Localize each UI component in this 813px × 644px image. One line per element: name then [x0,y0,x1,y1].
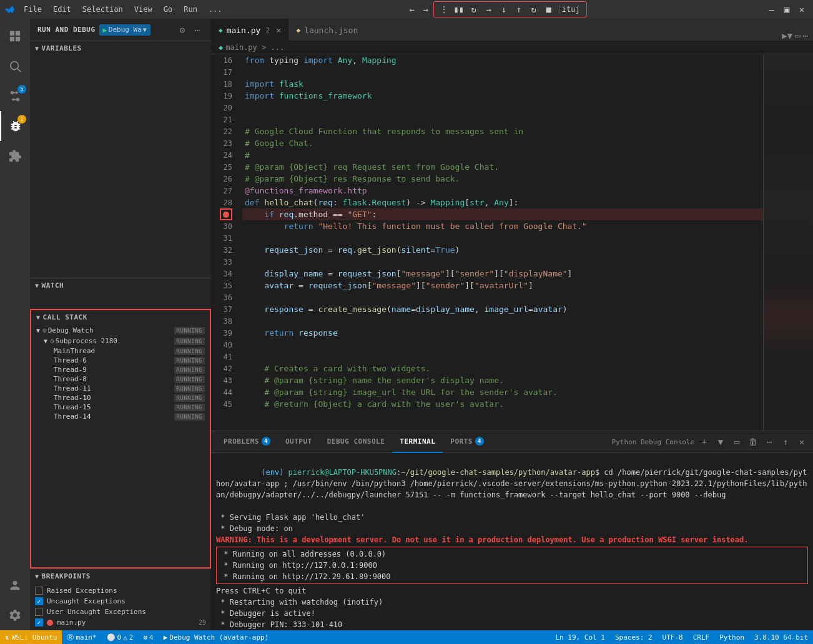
status-debug-session[interactable]: ▶ Debug Watch (avatar-app) [159,630,274,644]
call-stack-header[interactable]: ▼ CALL STACK [31,310,210,324]
run-btn[interactable]: ▶▼ [782,31,792,41]
panel-tab-debug-console[interactable]: DEBUG CONSOLE [320,431,393,453]
code-line-18[interactable]: import flask [242,78,763,90]
code-line-42[interactable]: # Creates a card with two widgets. [242,363,763,374]
debug-layout-btn[interactable]: ⋮ [438,3,450,16]
call-stack-thread-thread-11[interactable]: Thread-11 RUNNING [39,384,210,393]
code-line-39[interactable]: return response [242,327,763,339]
menu-file[interactable]: File [19,2,47,16]
call-stack-thread-mainthread[interactable]: MainThread RUNNING [39,346,210,356]
activity-extensions[interactable] [0,141,30,171]
panel-tab-terminal[interactable]: TERMINAL [392,431,443,453]
code-line-24[interactable]: # [242,149,763,161]
panel-close-btn[interactable]: ✕ [796,436,808,448]
code-line-43[interactable]: # @param {string} name the sender's disp… [242,374,763,386]
panel-split-btn[interactable]: ▭ [731,436,743,448]
code-line-16[interactable]: from typing import Any, Mapping [242,54,763,66]
call-stack-thread-thread-9[interactable]: Thread-9 RUNNING [39,365,210,374]
tab-main-py[interactable]: ◆ main.py 2 ✕ [211,19,288,41]
debug-step-up-btn[interactable]: ↑ [513,3,525,16]
call-stack-thread-thread-8[interactable]: Thread-8 RUNNING [39,374,210,384]
menu-edit[interactable]: Edit [48,2,76,16]
bp-main-py-checkbox[interactable]: ✓ [35,618,43,627]
panel-add-btn[interactable]: + [698,436,711,448]
debug-restart-btn[interactable]: ↻ [468,3,480,16]
menu-go[interactable]: Go [159,2,177,16]
status-debug-watch[interactable]: ⇅ WSL: Ubuntu [0,630,62,644]
panel-dropdown-btn[interactable]: ▼ [714,436,727,448]
code-line-27[interactable]: @functions_framework.http [242,185,763,197]
code-line-40[interactable] [242,339,763,351]
debug-step-down-btn[interactable]: ↓ [498,3,510,16]
bp-raised-exceptions-checkbox[interactable] [35,587,43,595]
code-line-19[interactable]: import functions_framework [242,90,763,102]
panel-tab-problems[interactable]: PROBLEMS 4 [216,431,278,453]
call-stack-thread-thread-15[interactable]: Thread-15 RUNNING [39,402,210,412]
code-line-25[interactable]: # @param {Object} req Request sent from … [242,161,763,173]
menu-selection[interactable]: Selection [77,2,128,16]
status-branch[interactable]: Ⓡ main* [62,630,101,644]
activity-settings[interactable] [0,600,30,630]
status-spaces[interactable]: Spaces: 2 [610,630,658,644]
menu-view[interactable]: View [129,2,157,16]
tab-launch-json[interactable]: ◆ launch.json [288,19,365,41]
panel-maximize-btn[interactable]: ↑ [779,436,792,448]
activity-debug[interactable]: 1 [0,111,30,141]
status-workers[interactable]: ⚙ 4 [138,630,158,644]
code-line-37[interactable]: response = create_message(name=display_n… [242,303,763,315]
code-line-44[interactable]: # @param {string} image_url the URL for … [242,386,763,398]
code-line-45[interactable]: # @return {Object} a card with the user'… [242,398,763,410]
activity-remote[interactable] [0,570,30,600]
tab-main-py-close[interactable]: ✕ [276,25,281,35]
more-editor-btn[interactable]: ⋯ [803,31,808,41]
code-line-31[interactable] [242,232,763,244]
debug-pause-btn[interactable]: ▮▮ [453,3,465,16]
nav-back-btn[interactable]: ← [406,3,418,16]
panel-delete-btn[interactable]: 🗑 [747,436,759,448]
call-stack-group-header-debug-watch[interactable]: ▼ ⚙ Debug Watch RUNNING [31,325,210,336]
code-line-28[interactable]: def hello_chat(req: flask.Request) -> Ma… [242,197,763,208]
split-editor-btn[interactable]: ▭ [795,31,800,41]
maximize-btn[interactable]: ▣ [781,3,793,16]
panel-more-btn[interactable]: ⋯ [763,436,776,448]
watch-header[interactable]: ▼ WATCH [30,278,211,292]
code-line-30[interactable]: return "Hello! This function must be cal… [242,220,763,232]
status-line-ending[interactable]: CRLF [688,630,715,644]
panel-tab-ports[interactable]: PORTS 4 [443,431,491,453]
bp-user-uncaught-checkbox[interactable] [35,608,43,616]
variables-header[interactable]: ▼ VARIABLES [30,41,211,55]
close-btn[interactable]: ✕ [796,3,808,16]
bp-uncaught-exceptions-checkbox[interactable]: ✓ [35,597,43,605]
code-line-20[interactable] [242,102,763,114]
code-line-41[interactable] [242,351,763,363]
call-stack-thread-thread-10[interactable]: Thread-10 RUNNING [39,393,210,402]
activity-search[interactable] [0,51,30,81]
debug-stop-btn[interactable]: ■ [543,3,555,16]
code-line-35[interactable]: avatar = request_json["message"]["sender… [242,280,763,291]
code-line-33[interactable] [242,256,763,268]
debug-config-btn[interactable]: ▶ Debug Wa ▼ [99,24,150,36]
status-encoding[interactable]: UTF-8 [658,630,688,644]
code-line-36[interactable] [242,291,763,303]
code-line-34[interactable]: display_name = request_json["message"]["… [242,268,763,280]
call-stack-thread-thread-6[interactable]: Thread-6 RUNNING [39,356,210,365]
minimize-btn[interactable]: — [766,3,778,16]
status-errors[interactable]: ⚪ 0 △ 2 [102,630,139,644]
code-line-38[interactable] [242,315,763,327]
call-stack-thread-thread-14[interactable]: Thread-14 RUNNING [39,412,210,421]
code-line-22[interactable]: # Google Cloud Function that responds to… [242,125,763,137]
breakpoints-header[interactable]: ▼ BREAKPOINTS [30,569,211,583]
menu-more[interactable]: ... [204,2,227,16]
code-line-23[interactable]: # Google Chat. [242,137,763,149]
settings-btn[interactable]: ⚙ [176,24,189,36]
code-line-32[interactable]: request_json = req.get_json(silent=True) [242,244,763,256]
nav-forward-btn[interactable]: → [420,3,432,16]
debug-step-over-btn[interactable]: → [483,3,495,16]
code-editor[interactable]: 1617181920212223242526272829303132333435… [211,54,763,431]
debug-reload-btn[interactable]: ↻ [528,3,540,16]
code-line-29[interactable]: if req.method == "GET": [242,208,763,220]
terminal-content[interactable]: (env) pierrick@LAPTOP-HKU5PNNG:~/git/goo… [211,453,813,630]
more-btn[interactable]: ⋯ [191,24,204,36]
subprocess-header[interactable]: ▼ ⚙ Subprocess 2180 RUNNING [39,336,210,346]
activity-source-control[interactable]: 5 [0,81,30,111]
